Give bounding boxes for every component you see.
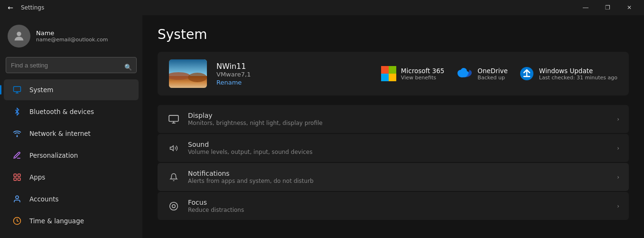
search-container: 🔍: [0, 55, 142, 79]
ms365-icon: [381, 66, 396, 81]
winupdate-app: Windows Update Last checked: 31 minutes …: [519, 66, 617, 81]
user-profile[interactable]: Name name@email@outlook.com: [0, 19, 142, 55]
svg-marker-29: [170, 145, 174, 151]
svg-rect-8: [18, 178, 20, 181]
focus-setting[interactable]: Focus Reduce distractions ›: [158, 192, 629, 220]
settings-list: Display Monitors, brightness, night ligh…: [158, 105, 629, 220]
accounts-icon: [11, 193, 23, 205]
svg-rect-6: [18, 174, 20, 176]
winupdate-icon: [519, 66, 534, 81]
sidebar-item-bluetooth[interactable]: Bluetooth & devices: [4, 101, 139, 122]
display-text: Display Monitors, brightness, night ligh…: [188, 112, 609, 126]
ms365-text: Microsoft 365 View benefits: [401, 67, 445, 81]
user-info: Name name@email@outlook.com: [36, 29, 108, 43]
close-button[interactable]: ✕: [618, 0, 640, 15]
focus-chevron: ›: [617, 203, 619, 209]
minimize-button[interactable]: —: [575, 0, 597, 15]
svg-point-30: [170, 202, 178, 210]
cloud-apps: Microsoft 365 View benefits OneDrive Bac…: [381, 66, 617, 81]
svg-rect-5: [14, 174, 16, 176]
sidebar-item-time[interactable]: Time & language: [4, 210, 139, 231]
display-title: Display: [188, 112, 609, 119]
ms365-name: Microsoft 365: [401, 67, 445, 75]
device-card: NWin11 VMware7,1 Rename Micr: [158, 52, 629, 95]
sound-icon: [167, 142, 180, 155]
apps-icon: [11, 171, 23, 183]
device-info: NWin11 VMware7,1 Rename: [216, 62, 372, 86]
notifications-sub: Alerts from apps and system, do not dist…: [188, 178, 609, 184]
personalization-icon: [11, 150, 23, 161]
focus-title: Focus: [188, 199, 609, 206]
focus-icon: [167, 200, 180, 213]
sidebar-item-network[interactable]: Network & internet: [4, 123, 139, 144]
avatar: [8, 25, 30, 48]
notifications-icon: [167, 171, 180, 184]
sound-chevron: ›: [617, 145, 619, 152]
device-thumbnail: [169, 59, 207, 88]
sidebar-item-system[interactable]: System: [4, 79, 139, 100]
titlebar-left: ← Settings: [4, 1, 44, 14]
sidebar-item-personalization[interactable]: Personalization: [4, 145, 139, 166]
sound-setting[interactable]: Sound Volume levels, output, input, soun…: [158, 134, 629, 162]
display-sub: Monitors, brightness, night light, displ…: [188, 120, 609, 126]
svg-rect-20: [381, 66, 389, 74]
winupdate-name: Windows Update: [539, 67, 617, 75]
svg-point-0: [17, 32, 21, 36]
onedrive-app: OneDrive Backed up: [456, 67, 507, 81]
svg-point-4: [17, 136, 18, 137]
svg-rect-1: [14, 86, 21, 92]
user-name: Name: [36, 29, 108, 37]
svg-point-19: [188, 73, 207, 82]
search-input[interactable]: [6, 57, 137, 73]
notifications-setting[interactable]: Notifications Alerts from apps and syste…: [158, 163, 629, 191]
sound-title: Sound: [188, 141, 609, 148]
notifications-chevron: ›: [617, 174, 619, 181]
sidebar-label-network: Network & internet: [29, 130, 91, 137]
winupdate-text: Windows Update Last checked: 31 minutes …: [539, 67, 617, 81]
device-name: NWin11: [216, 62, 372, 71]
sound-text: Sound Volume levels, output, input, soun…: [188, 141, 609, 155]
winupdate-sub: Last checked: 31 minutes ago: [539, 75, 617, 81]
svg-rect-7: [14, 178, 16, 181]
svg-rect-22: [381, 74, 389, 81]
sidebar: Name name@email@outlook.com 🔍 System: [0, 15, 142, 238]
sidebar-label-system: System: [29, 86, 53, 94]
display-chevron: ›: [617, 116, 619, 123]
notifications-text: Notifications Alerts from apps and syste…: [188, 170, 609, 184]
window-controls: — ❐ ✕: [575, 0, 640, 15]
page-title: System: [158, 27, 629, 42]
network-icon: [11, 128, 23, 139]
sidebar-item-gaming[interactable]: Gaming: [4, 232, 139, 238]
user-email: name@email@outlook.com: [36, 37, 108, 43]
system-icon: [11, 84, 23, 95]
main-content: System: [142, 15, 644, 238]
svg-rect-23: [389, 74, 396, 81]
sidebar-item-apps[interactable]: Apps: [4, 167, 139, 188]
rename-link[interactable]: Rename: [216, 79, 372, 86]
back-button[interactable]: ←: [4, 1, 17, 14]
sound-sub: Volume levels, output, input, sound devi…: [188, 149, 609, 155]
app-title: Settings: [21, 4, 44, 11]
restore-button[interactable]: ❐: [597, 0, 618, 15]
sidebar-item-accounts[interactable]: Accounts: [4, 189, 139, 209]
display-icon: [167, 113, 180, 126]
focus-sub: Reduce distractions: [188, 207, 609, 213]
svg-rect-26: [169, 115, 178, 121]
display-setting[interactable]: Display Monitors, brightness, night ligh…: [158, 105, 629, 133]
svg-point-9: [16, 196, 19, 199]
sidebar-label-time: Time & language: [29, 217, 84, 225]
onedrive-icon: [456, 67, 473, 80]
onedrive-sub: Backed up: [477, 75, 507, 81]
svg-point-31: [172, 204, 176, 208]
onedrive-text: OneDrive Backed up: [477, 67, 507, 81]
ms365-app: Microsoft 365 View benefits: [381, 66, 445, 81]
svg-rect-21: [389, 66, 396, 74]
device-type: VMware7,1: [216, 71, 372, 78]
sidebar-label-apps: Apps: [29, 173, 45, 181]
notifications-title: Notifications: [188, 170, 609, 177]
sidebar-label-accounts: Accounts: [29, 195, 59, 203]
sidebar-label-personalization: Personalization: [29, 152, 78, 159]
bluetooth-icon: [11, 106, 23, 117]
focus-text: Focus Reduce distractions: [188, 199, 609, 213]
ms365-sub[interactable]: View benefits: [401, 75, 445, 81]
